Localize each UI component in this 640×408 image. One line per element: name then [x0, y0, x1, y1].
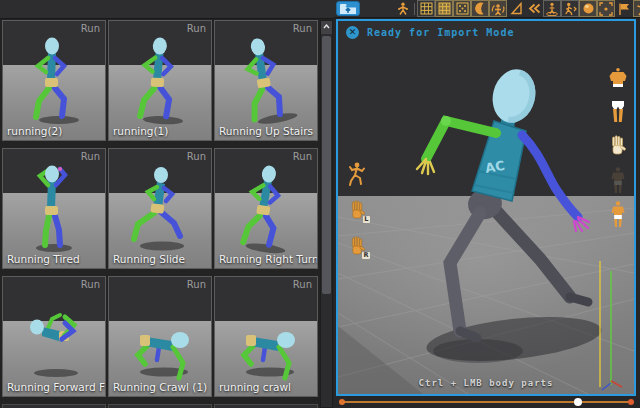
mirror-triangle-icon [510, 2, 523, 15]
full-body-icon [609, 201, 627, 228]
motion-thumbnail-partial[interactable] [214, 404, 318, 408]
hand-icon [608, 135, 628, 157]
thumbnail-label: running(1) [113, 125, 168, 137]
turn-character-icon [491, 2, 505, 16]
mocap-figure-icon [396, 2, 410, 16]
motion-thumbnail[interactable]: Runrunning crawl [214, 276, 318, 397]
walk-person-icon [563, 2, 577, 16]
motion-thumbnail-partial[interactable] [2, 404, 106, 408]
viewport-toolbar [334, 0, 640, 18]
pose-person-button[interactable] [633, 0, 640, 17]
flag-marker-button[interactable] [615, 0, 633, 17]
thumbnail-label: Running Crawl (1) [113, 381, 207, 393]
flag-icon [617, 2, 631, 16]
thumbnail-label: running crawl [219, 381, 291, 393]
motion-thumbnail-partial[interactable] [108, 404, 212, 408]
select-right-hand-tool[interactable]: R [346, 233, 368, 259]
body-select-tools: LR [346, 161, 368, 259]
thumbnail-label: Running Forward Flip [7, 381, 106, 393]
sphere-view-button[interactable] [579, 0, 597, 17]
close-icon[interactable]: ✕ [346, 26, 359, 39]
motion-thumbnail[interactable]: RunRunning Crawl (1) [108, 276, 212, 397]
run-badge: Run [293, 23, 312, 34]
motion-thumbnail[interactable]: Runrunning(2) [2, 20, 106, 141]
run-badge: Run [187, 151, 206, 162]
thumbnail-label: Running Tired [7, 253, 80, 265]
run-figure-icon [22, 33, 86, 129]
flip-figure-icon [22, 289, 86, 385]
run-badge: Run [187, 279, 206, 290]
run-badge: Run [81, 151, 100, 162]
hand-side-badge: L [363, 216, 370, 223]
scroll-up-button[interactable] [321, 21, 332, 34]
library-header-bar [0, 0, 334, 19]
chevron-up-icon [323, 24, 330, 29]
full-body-filter[interactable] [607, 201, 629, 227]
library-scrollbar[interactable] [320, 20, 333, 408]
timeline-start-dot[interactable] [339, 399, 345, 405]
focus-target-icon [599, 2, 613, 16]
crawl-figure-icon [128, 289, 192, 385]
motion-thumbnail[interactable]: RunRunning Forward Flip [2, 276, 106, 397]
3d-viewport[interactable]: AC [336, 19, 636, 396]
status-row: ✕ Ready for Import Mode [346, 26, 514, 39]
curve-moon-icon [474, 2, 487, 15]
motion-thumbnail[interactable]: RunRunning Up Stairs [214, 20, 318, 141]
hand-filter[interactable] [607, 133, 629, 159]
turn-character-button[interactable] [489, 0, 507, 17]
reach-target-icon [545, 2, 559, 16]
upper-body-icon [607, 68, 629, 89]
run-figure-icon [126, 31, 195, 130]
run-badge: Run [81, 279, 100, 290]
import-motion-button[interactable] [336, 1, 360, 16]
slide-figure-icon [128, 161, 192, 257]
thumbnail-label: Running Right Turn [219, 253, 318, 265]
select-body-tool[interactable] [346, 161, 368, 187]
timeline-playhead[interactable] [574, 398, 582, 406]
grid-dotted-icon [456, 2, 469, 15]
walk-mode-button[interactable] [561, 0, 579, 17]
timeline-track[interactable] [342, 401, 631, 403]
thumbnail-label: Running Slide [113, 253, 185, 265]
run-figure-icon [226, 28, 306, 134]
thumbnail-grid: Runrunning(2)Runrunning(1)RunRunning Up … [2, 20, 318, 408]
focus-target-button[interactable] [597, 0, 615, 17]
motion-curve-button[interactable] [471, 0, 489, 17]
full-body-dim-icon [609, 167, 627, 194]
hand-side-badge: R [362, 252, 370, 259]
toolbar-separator [414, 3, 415, 15]
grid-floor-button[interactable] [417, 0, 435, 17]
motion-thumbnail[interactable]: Runrunning(1) [108, 20, 212, 141]
motion-library-panel: Runrunning(2)Runrunning(1)RunRunning Up … [0, 0, 334, 408]
mirror-pose-button[interactable] [507, 0, 525, 17]
grid-dots-button[interactable] [453, 0, 471, 17]
step-back-button[interactable] [525, 0, 543, 17]
step-back-icon [528, 2, 541, 15]
grid-shaded-icon [438, 2, 451, 15]
select-left-hand-tool[interactable]: L [346, 197, 368, 223]
sphere-icon [582, 2, 595, 15]
lower-body-filter[interactable] [607, 99, 629, 125]
lower-body-icon [608, 100, 628, 124]
crawl-figure-icon [234, 289, 298, 385]
mocap-figure-button[interactable] [394, 0, 412, 17]
status-text: Ready for Import Mode [367, 27, 514, 38]
motion-thumbnail[interactable]: RunRunning Tired [2, 148, 106, 269]
full-body-dim-filter[interactable] [607, 167, 629, 193]
upper-body-filter[interactable] [607, 65, 629, 91]
motion-thumbnail[interactable]: RunRunning Right Turn [214, 148, 318, 269]
run-badge: Run [293, 279, 312, 290]
preview-panel: AC [334, 0, 640, 408]
grid-plain-icon [420, 2, 433, 15]
scrollbar-thumb[interactable] [322, 36, 331, 294]
tired-figure-icon [22, 161, 86, 257]
reach-target-button[interactable] [543, 0, 561, 17]
run-figure-icon [228, 157, 305, 261]
timeline-end-dot[interactable] [628, 399, 634, 405]
run-badge: Run [293, 151, 312, 162]
timeline-scrubber[interactable] [334, 396, 640, 408]
select-body-icon [347, 162, 367, 186]
motion-thumbnail[interactable]: RunRunning Slide [108, 148, 212, 269]
grid-shade-button[interactable] [435, 0, 453, 17]
thumbnail-label: running(2) [7, 125, 62, 137]
